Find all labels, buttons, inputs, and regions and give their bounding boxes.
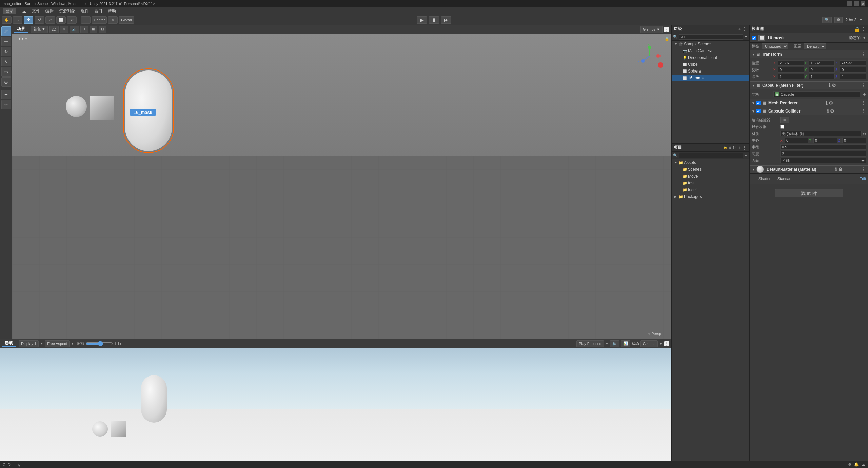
hand-tool[interactable]: ☞ [1,26,11,36]
mesh-renderer-info-icon[interactable]: ℹ [826,100,827,106]
stats-button[interactable]: 📊 [621,340,630,347]
transform-expand-arrow[interactable]: ▼ [752,53,755,56]
project-search-display[interactable] [679,153,743,158]
cube-object[interactable] [90,96,114,120]
capsule-collider-expand[interactable]: ▼ [752,109,755,113]
rotation-y-field[interactable]: 0 [809,67,835,73]
scene-extra-btn-1[interactable]: ⊞ [90,26,97,33]
rotate-tool-button[interactable]: ↺ [35,16,44,24]
hierarchy-item-cube[interactable]: ⬜ Cube [672,61,749,68]
audio-toggle-button[interactable]: 🔈 [70,26,79,33]
menu-edit[interactable]: 编辑 [45,8,54,14]
zoom-slider[interactable] [86,342,113,346]
capsule-collider-info-icon[interactable]: ℹ [827,108,829,114]
hierarchy-add-button[interactable]: + [738,26,741,32]
add-component-button[interactable]: 添加组件 [775,189,843,197]
extra-tool-1[interactable]: ✦ [1,90,11,99]
rect-tool-button[interactable]: ⬜ [56,16,66,24]
scene-canvas[interactable]: 16_mask X Y Z [12,34,671,339]
is-trigger-checkbox[interactable] [780,125,784,129]
select-tool-button[interactable]: ✥ [24,16,33,24]
scale-tool[interactable]: ⤡ [1,57,11,66]
layer-select[interactable]: Default [804,43,826,49]
project-item-assets[interactable]: ▼ 📁 Assets [672,159,749,166]
inspector-more-button[interactable]: ⋮ [861,26,866,32]
mesh-select-button[interactable]: ⊙ [863,92,866,97]
status-settings-icon[interactable]: ⚙ [848,462,851,467]
capsule-collider-menu-dots[interactable]: ⋮ [861,108,866,114]
center-x-field[interactable]: 0 [785,138,808,143]
project-item-test[interactable]: 📁 test [672,180,749,186]
light-toggle-button[interactable]: ☀ [60,26,68,33]
center-y-field[interactable]: 0 [813,138,837,143]
scale-z-field[interactable]: 1 [840,74,866,79]
sphere-object[interactable] [66,96,87,117]
menu-component[interactable]: 组件 [81,8,89,14]
gizmos-button[interactable]: Gizmos ▼ [640,26,663,33]
material-info-icon[interactable]: ℹ [835,167,837,172]
shading-mode-button[interactable]: 着色 ▼ [31,26,48,33]
display-dropdown[interactable]: Display 1 [19,340,39,347]
material-menu-dots[interactable]: ⋮ [861,167,866,172]
capsule-collider-settings-icon[interactable]: ⚙ [830,108,834,114]
search-button[interactable]: 🔍 [822,17,832,23]
edit-collider-button[interactable]: ✏ [780,117,789,123]
account-button[interactable]: 登录 [3,8,16,14]
pivot-button[interactable]: ⊹ [81,16,91,24]
object-active-checkbox[interactable] [752,36,756,40]
close-button[interactable]: ✕ [861,1,865,6]
project-item-move[interactable]: 📁 Move [672,173,749,180]
menu-window[interactable]: 窗口 [94,8,102,14]
game-more-options[interactable]: ⋮ [664,341,669,346]
height-field[interactable]: 2 [780,151,866,157]
2d-button[interactable]: 2D [49,26,59,33]
move-tool-button[interactable]: ↔ [13,16,22,24]
mesh-filter-expand[interactable]: ▼ [752,84,755,87]
shader-edit-button[interactable]: Edit [860,177,866,181]
physics-material-select[interactable]: ⊙ [863,131,866,136]
maximize-button[interactable]: □ [854,1,859,6]
mute-button[interactable]: 🔈 [610,340,619,347]
menu-assets[interactable]: 资源对象 [59,8,75,14]
position-x-field[interactable]: 2.176 [778,60,804,66]
rotate-tool[interactable]: ↻ [1,47,11,56]
mesh-renderer-settings-icon[interactable]: ⚙ [829,100,833,106]
step-button[interactable]: ⏭ [441,16,451,24]
move-tool[interactable]: ✛ [1,37,11,46]
scene-extra-btn-2[interactable]: ⊟ [99,26,106,33]
global-mode-button[interactable]: Global [119,16,134,24]
hierarchy-item-main-camera[interactable]: 📷 Main Camera [672,47,749,54]
hand-tool-button[interactable]: ✋ [2,16,12,24]
pivot-mode-button[interactable]: Center [92,16,107,24]
project-item-test2[interactable]: 📁 test2 [672,186,749,193]
position-y-field[interactable]: 1.637 [809,60,835,66]
transform-menu-dots[interactable]: ⋮ [861,52,866,57]
mesh-renderer-enabled-checkbox[interactable] [756,101,761,105]
inspector-lock-button[interactable]: 🔒 [854,26,860,32]
play-focused-button[interactable]: Play Focused [576,340,604,347]
hierarchy-search-dropdown[interactable]: ▼ [744,35,748,39]
tag-select[interactable]: Untagged [762,43,788,49]
rotation-z-field[interactable]: 0 [840,67,866,73]
mesh-filter-info-icon[interactable]: ℹ [829,83,830,88]
project-item-scenes[interactable]: 📁 Scenes [672,166,749,173]
project-search-dropdown[interactable]: ▼ [744,154,748,157]
project-more-button[interactable]: ⋮ [742,145,747,150]
transform-all-tool[interactable]: ⊕ [1,77,11,87]
hierarchy-item-directional-light[interactable]: 💡 Directional Light [672,54,749,61]
mesh-filter-settings-icon[interactable]: ⚙ [832,83,836,88]
direction-select[interactable]: Y-轴 [780,158,866,163]
scale-y-field[interactable]: 1 [809,74,835,79]
project-add-button[interactable]: + [738,145,741,150]
extra-tool-2[interactable]: ✧ [1,100,11,109]
pause-button[interactable]: ⏸ [429,16,439,24]
menu-help[interactable]: 帮助 [108,8,116,14]
material-settings-icon[interactable]: ⚙ [838,167,843,172]
mesh-renderer-expand[interactable]: ▼ [752,101,755,105]
global-local-button[interactable]: ◈ [108,16,118,24]
game-tab[interactable]: 游戏 [2,340,16,347]
mesh-renderer-menu-dots[interactable]: ⋮ [861,100,866,106]
rect-tool[interactable]: ▭ [1,67,11,77]
status-notification-icon[interactable]: 🔔 [854,462,859,467]
project-item-packages[interactable]: ▶ 📁 Packages [672,193,749,200]
